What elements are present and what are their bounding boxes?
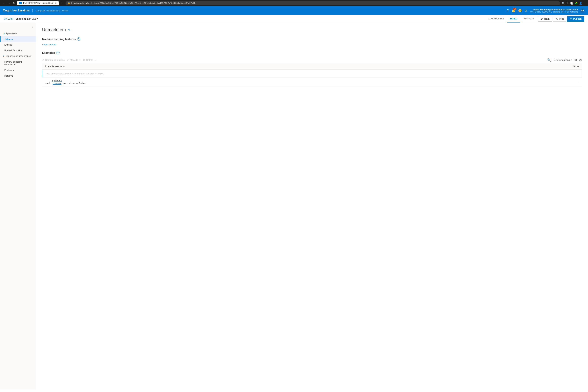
search-button[interactable]: 🔍: [547, 58, 551, 62]
menu-icon[interactable]: ⋯: [584, 2, 586, 4]
page-title-text: UnmarkItem: [42, 27, 66, 32]
page-title-row: UnmarkItem ✎: [42, 27, 582, 32]
add-feature-button[interactable]: + Add feature: [42, 43, 582, 46]
utterance-input[interactable]: [42, 70, 582, 77]
sidebar-section-app-assets: □ App Assets: [0, 30, 36, 36]
sidebar-item-prebuilt-domains[interactable]: Prebuilt Domains: [0, 48, 36, 53]
sidebar: « □ App Assets Intents Entities Prebuilt…: [0, 23, 36, 390]
content-area: UnmarkItem ✎ Machine learning features ?…: [36, 23, 588, 390]
edit-title-icon[interactable]: ✎: [68, 28, 70, 32]
sidebar-item-intents[interactable]: Intents: [0, 36, 36, 42]
view-options-icon: ☰: [554, 58, 556, 61]
new-tab-button[interactable]: +: [60, 2, 64, 5]
breadcrumb-my-luis[interactable]: My LUIS: [4, 18, 13, 20]
help-button[interactable]: ?: [507, 9, 509, 12]
train-button[interactable]: ⚙ Train: [538, 16, 552, 22]
confirm-all-entities-button: ✓ Confirm all entities: [42, 58, 64, 61]
sidebar-app-assets-label: App Assets: [6, 32, 17, 35]
brand-label: Cognitive Services: [3, 9, 30, 12]
confirm-checkmark-icon: ✓: [42, 58, 44, 61]
refresh-button[interactable]: ↻: [12, 1, 16, 5]
app-bar: Cognitive Services | Language Understand…: [0, 6, 588, 15]
settings-button[interactable]: ⚙: [525, 9, 527, 12]
breadcrumb-separator: /: [14, 18, 14, 20]
notification-button[interactable]: 🔔 12: [512, 9, 515, 12]
table-row[interactable]: mark spinachItemName as not completed -: [42, 78, 582, 87]
browser-actions: 🔍 ☆ 📑 🧩 👤 ⋯: [562, 2, 586, 4]
entity-spinach[interactable]: spinachItemName: [52, 79, 62, 84]
breadcrumb-app-name: Shopping List v0.1 ▾: [16, 18, 38, 20]
sidebar-item-review-endpoint[interactable]: Review endpoint utterances: [0, 59, 36, 67]
sidebar-item-features[interactable]: Features: [0, 67, 36, 73]
sidebar-toggle-button[interactable]: «: [0, 25, 36, 30]
view-options-dropdown-icon: ▾: [570, 58, 572, 61]
extension-icon[interactable]: 🧩: [574, 2, 578, 4]
utterance-cell: mark spinachItemName as not completed: [42, 78, 473, 87]
back-button[interactable]: ←: [2, 1, 6, 5]
entity-label-itemname: ItemName: [52, 82, 62, 84]
bookmark-icon[interactable]: ☆: [566, 2, 568, 4]
address-bar[interactable]: 🔒 https://www.luis.ai/applications/d9106…: [66, 1, 560, 5]
user-info: Malte.Reimann@studentambassadors.com AUT…: [530, 8, 585, 13]
examples-table: Example user input Score: [42, 63, 582, 87]
tab-favicon-icon: [19, 2, 22, 4]
feedback-button[interactable]: 😊: [518, 9, 522, 12]
toolbar-right: 🔍 ☰ View options ▾ ⊞ @: [547, 58, 582, 62]
table-header-row: Example user input Score: [42, 63, 582, 70]
user-role: AUTHORING RESOURCE: shopping-list-bot-lu…: [530, 11, 578, 13]
view-options-button[interactable]: ☰ View options ▾: [554, 58, 572, 61]
ml-features-section: Machine learning features ? + Add featur…: [42, 38, 582, 46]
browser-controls: ← → ↻: [2, 1, 16, 5]
examples-toolbar: ✓ Confirm all entities ↗ Move to ▾ 🗑 Del…: [42, 57, 582, 63]
sidebar-item-entities[interactable]: Entities: [0, 42, 36, 48]
sidebar-improve-label: Improve app performance: [6, 55, 31, 57]
tab-title: LUIS: Intent Page: UnmarkItem: [23, 2, 54, 4]
sidebar-item-patterns[interactable]: Patterns: [0, 73, 36, 78]
examples-title-row: Examples ?: [42, 51, 582, 54]
score-cell: -: [473, 78, 582, 87]
breadcrumb[interactable]: My LUIS / Shopping List v0.1 ▾: [4, 18, 38, 20]
bookmark-list-icon[interactable]: 📑: [570, 2, 573, 4]
filter-button[interactable]: ⊞: [574, 58, 577, 62]
token-mark: mark: [45, 82, 52, 85]
delete-button: 🗑 Delete: [83, 58, 93, 61]
tab-close-button[interactable]: ✕: [55, 2, 56, 4]
col-score: Score: [473, 63, 582, 70]
ml-features-help-icon[interactable]: ?: [77, 38, 80, 41]
forward-button[interactable]: →: [7, 1, 11, 5]
move-to-button: ↗ Move to ▾: [67, 58, 80, 61]
app-bar-right: ? 🔔 12 😊 ⚙ Malte.Reimann@studentambassad…: [507, 8, 585, 13]
ml-features-title-row: Machine learning features ?: [42, 38, 582, 41]
lock-icon: 🔒: [68, 2, 70, 4]
utterance-input-row: [42, 70, 582, 78]
zoom-icon[interactable]: 🔍: [562, 2, 565, 4]
sidebar-section-improve: ≡ Improve app performance: [0, 53, 36, 59]
ml-features-title: Machine learning features: [42, 38, 76, 41]
notification-badge: 12: [513, 8, 516, 10]
user-email: Malte.Reimann@studentambassadors.com: [530, 8, 578, 11]
app-name-label: Language Understanding westus: [35, 9, 68, 12]
version-dropdown-icon[interactable]: ▾: [37, 18, 38, 20]
utterance-text: mark spinachItemName as not completed: [45, 82, 86, 85]
user-avatar[interactable]: MR: [580, 8, 585, 13]
test-icon: ✎: [556, 18, 558, 20]
app-assets-icon: □: [3, 32, 4, 35]
nav-bar: My LUIS / Shopping List v0.1 ▾ DASHBOARD…: [0, 15, 588, 23]
test-button[interactable]: ✎ Test: [553, 16, 566, 22]
tab-dashboard[interactable]: DASHBOARD: [486, 15, 506, 23]
train-icon: ⚙: [540, 18, 543, 20]
col-example-input: Example user input: [42, 63, 473, 70]
examples-help-icon[interactable]: ?: [56, 51, 60, 54]
user-details: Malte.Reimann@studentambassadors.com AUT…: [530, 8, 578, 13]
move-to-icon: ↗: [67, 58, 69, 61]
token-rest: as not completed: [62, 82, 86, 85]
at-mention-button[interactable]: @: [579, 58, 582, 62]
url-text: https://www.luis.ai/applications/d9106da…: [71, 2, 196, 4]
tab-build[interactable]: BUILD: [507, 15, 520, 23]
browser-tab[interactable]: LUIS: Intent Page: UnmarkItem ✕: [17, 1, 59, 5]
publish-button[interactable]: ⬆ Publish: [567, 16, 584, 22]
more-options-button: ···: [95, 58, 97, 61]
profile-icon[interactable]: 👤: [579, 2, 582, 4]
browser-chrome: ← → ↻ LUIS: Intent Page: UnmarkItem ✕ + …: [0, 0, 588, 6]
tab-manage[interactable]: MANAGE: [521, 15, 537, 23]
